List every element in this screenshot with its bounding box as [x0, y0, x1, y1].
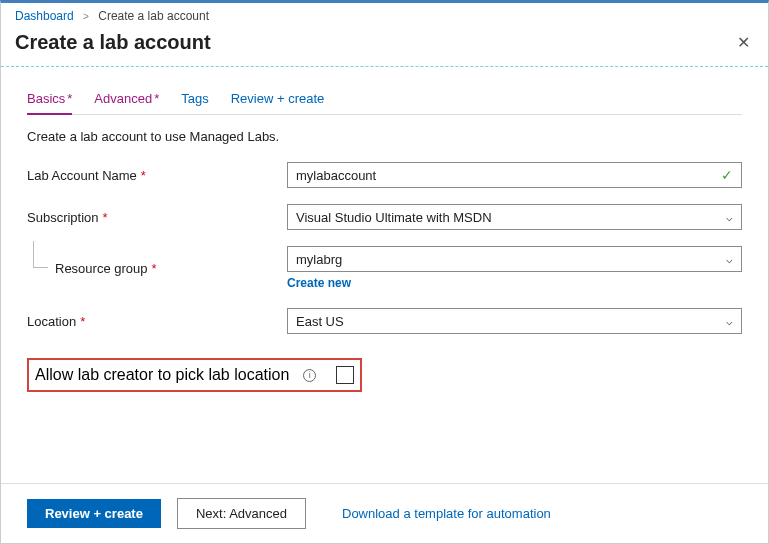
label-subscription: Subscription [27, 210, 99, 225]
row-lab-account-name: Lab Account Name* mylabaccount ✓ [27, 162, 742, 188]
tab-advanced[interactable]: Advanced* [94, 85, 159, 114]
label-resource-group: Resource group [55, 261, 148, 276]
lab-account-name-input[interactable]: mylabaccount ✓ [287, 162, 742, 188]
allow-pick-checkbox[interactable] [336, 366, 354, 384]
breadcrumb-root[interactable]: Dashboard [15, 9, 74, 23]
label-allow-pick: Allow lab creator to pick lab location [35, 366, 289, 384]
chevron-right-icon: > [83, 11, 89, 22]
review-create-button[interactable]: Review + create [27, 499, 161, 528]
create-new-link[interactable]: Create new [287, 276, 351, 290]
location-select[interactable]: East US ⌵ [287, 308, 742, 334]
checkmark-icon: ✓ [721, 167, 733, 183]
breadcrumb: Dashboard > Create a lab account [1, 3, 768, 27]
row-subscription: Subscription* Visual Studio Ultimate wit… [27, 204, 742, 230]
subscription-select[interactable]: Visual Studio Ultimate with MSDN ⌵ [287, 204, 742, 230]
tab-review-create[interactable]: Review + create [231, 85, 325, 114]
tab-tags[interactable]: Tags [181, 85, 208, 114]
divider-dashed [1, 66, 768, 67]
breadcrumb-current: Create a lab account [98, 9, 209, 23]
label-location: Location [27, 314, 76, 329]
chevron-down-icon: ⌵ [726, 315, 733, 328]
download-template-link[interactable]: Download a template for automation [342, 506, 551, 521]
next-advanced-button[interactable]: Next: Advanced [177, 498, 306, 529]
resource-group-select[interactable]: mylabrg ⌵ [287, 246, 742, 272]
info-icon[interactable]: i [303, 369, 316, 382]
row-resource-group: Resource group* mylabrg ⌵ Create new [27, 246, 742, 290]
row-location: Location* East US ⌵ [27, 308, 742, 334]
close-icon[interactable]: ✕ [733, 29, 754, 56]
page-title: Create a lab account [15, 31, 211, 54]
chevron-down-icon: ⌵ [726, 253, 733, 266]
tab-basics[interactable]: Basics* [27, 85, 72, 114]
tabs: Basics* Advanced* Tags Review + create [27, 85, 742, 115]
label-lab-account-name: Lab Account Name [27, 168, 137, 183]
footer-bar: Review + create Next: Advanced Download … [1, 483, 768, 543]
intro-text: Create a lab account to use Managed Labs… [27, 129, 742, 144]
page-header: Create a lab account ✕ [1, 27, 768, 66]
allow-pick-location-row: Allow lab creator to pick lab location i [27, 358, 362, 392]
chevron-down-icon: ⌵ [726, 211, 733, 224]
